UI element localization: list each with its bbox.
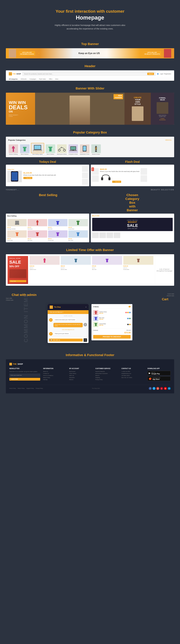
thumb-2[interactable]: [82, 172, 88, 178]
header-search-bar[interactable]: Search for products, brands and more her…: [22, 72, 156, 76]
footer-returns-link[interactable]: Returns: [69, 379, 93, 380]
chosen-cat-thumb-1[interactable]: [92, 232, 99, 238]
cat-item-electric[interactable]: Electric & More: [91, 144, 101, 155]
color-dot-green[interactable]: [129, 318, 131, 319]
nav-flash-sales[interactable]: Flash Sales: [39, 78, 46, 80]
category-more-link[interactable]: VIEW ALL: [165, 139, 172, 141]
cat-item-men[interactable]: Men's Fashion: [20, 144, 30, 155]
nav-campaigns[interactable]: Campaigns: [30, 78, 36, 80]
bs-item-2[interactable]: $18.00 Red Dress: [28, 219, 47, 230]
footer-subscribe-btn[interactable]: SUBSCRIBE: [9, 378, 40, 380]
footer-home-policy[interactable]: Home Policy: [9, 388, 16, 389]
footer-contact-link[interactable]: Contact Us: [43, 373, 66, 374]
search-button[interactable]: Search: [147, 73, 154, 75]
footer-returns2-link[interactable]: Returns: [95, 375, 119, 376]
cat-item-computer[interactable]: Computer & More: [68, 144, 78, 155]
slider-deals-text: DEALS: [9, 104, 32, 110]
app-store-btn[interactable]: 🍎 Download on the App Store: [147, 376, 171, 381]
svg-rect-12: [96, 146, 97, 146]
nav-all-categories[interactable]: All Categories: [9, 78, 18, 80]
flash-deal-buy-btn[interactable]: 🛒 Buy Now: [112, 181, 121, 183]
bs-item-5[interactable]: $28.00 Sports Shirt: [7, 230, 27, 241]
todays-deal-product-image: [7, 170, 22, 182]
wishlist-heart-icon[interactable]: ♡: [145, 180, 147, 183]
cat-item-tablet[interactable]: Notebooks & Tech: [79, 144, 90, 155]
facebook-icon[interactable]: f: [149, 387, 152, 390]
linkedin-icon[interactable]: in: [168, 387, 171, 390]
google-plus-icon[interactable]: g: [156, 387, 159, 390]
chosen-cat-thumb-4[interactable]: [114, 232, 120, 238]
color-dot-blue2[interactable]: [127, 318, 129, 319]
footer-myaccount-link[interactable]: My Account: [69, 371, 93, 372]
bs-name-8: Blue Tshirt: [68, 240, 88, 241]
youngster-label: YOUNGST...: [6, 189, 19, 190]
thumb-1[interactable]: [82, 166, 88, 172]
flash-thumb-3[interactable]: [141, 168, 147, 175]
flash-thumb-2[interactable]: [92, 175, 99, 182]
color-dot-orange[interactable]: [127, 312, 129, 313]
color-dot-orange2[interactable]: [129, 324, 131, 325]
nav-all-brands[interactable]: All Brands: [21, 78, 27, 80]
footer-orders-link[interactable]: Order History: [69, 373, 93, 374]
footer-email-input[interactable]: Enter your email here: [9, 374, 40, 377]
category-box: Popular Categories VIEW ALL Women Clothi…: [6, 137, 174, 157]
lto-product-2[interactable]: $89.00 $120.00 Women Wear: [61, 256, 91, 284]
color-dot-blue[interactable]: [129, 312, 131, 313]
chosen-cat-thumb-3[interactable]: [107, 232, 113, 238]
footer-guarantee-link[interactable]: Money-Back Guarantee: [95, 373, 119, 374]
bs-price-2: $18.00: [28, 227, 47, 228]
cat-item-women[interactable]: Women Clothing: [8, 144, 18, 155]
lto-product-1[interactable]: $128.00 $165.00 Fashion Dress: [30, 256, 60, 284]
banner-star-right: ✦: [138, 52, 140, 54]
bs-item-7[interactable]: $35.00 Formal Shirt: [48, 230, 67, 241]
bs-name-4: Casual Wear: [68, 228, 88, 230]
user-login-text[interactable]: Login / Registration: [160, 73, 171, 74]
cat-item-laptop[interactable]: Best Selling Laptop Best Selling Laptop: [31, 143, 44, 155]
bs-item-6[interactable]: $22.00 Red Tshirt: [28, 230, 47, 241]
bs-item-8[interactable]: $19.00 Blue Tshirt: [68, 230, 88, 241]
youtube-icon[interactable]: ▶: [164, 387, 167, 390]
hero-section: Your first interaction with customer Hom…: [0, 0, 180, 36]
footer-support-policy[interactable]: Support Policy: [26, 388, 34, 389]
footer-return-policy[interactable]: Return Policy: [18, 388, 25, 389]
bs-item-4[interactable]: $45.00 Casual Wear: [68, 219, 88, 230]
checkout-button[interactable]: PROCEED TO CHECKOUT: [93, 335, 131, 338]
banner-left-text: UPTO 30% OFFON WOMEN FASHION: [19, 51, 35, 56]
chat-close-btn[interactable]: ×: [85, 306, 86, 308]
slider-deal-panel: WIN WIN DEALS ON EVERY BASKET+A SALE: [6, 93, 35, 125]
footer-privacy-link[interactable]: Privacy Policy: [95, 379, 119, 380]
deals-row: Todays Deal $1,215.00 iPhone 12 pro Max …: [6, 165, 174, 186]
pinterest-icon[interactable]: p: [160, 387, 163, 390]
cat-item-shirt[interactable]: Men's Clothes: [45, 144, 55, 155]
lto-prod-name-2: Women Wear: [61, 269, 91, 270]
chat-talk-btn[interactable]: 💬 Talk With Us: [49, 338, 83, 342]
footer-newsletter-link[interactable]: Newsletter: [69, 377, 93, 378]
lto-shop-btn[interactable]: Shop Now: [9, 280, 26, 282]
nav-offers[interactable]: Offers: [49, 78, 52, 80]
footer-terms-link[interactable]: Terms & Conditions: [43, 375, 66, 376]
chosen-cat-items: [92, 232, 173, 238]
cat-item-moto[interactable]: Motorcycle & More: [57, 144, 67, 155]
chat-send-btn[interactable]: >: [83, 338, 87, 342]
todays-deal-buy-btn[interactable]: 🛒 Buy Now: [23, 177, 32, 179]
hero-subtitle: Your first interaction with customer: [3, 9, 177, 14]
lto-product-3[interactable]: $75.00 $99.00 Men Shirt: [92, 256, 122, 284]
footer-payment-link[interactable]: Payment Methods: [95, 371, 119, 372]
bs-item-1[interactable]: $24.00 Gaming Controller: [7, 219, 27, 230]
thumb-3[interactable]: [82, 179, 88, 185]
color-dot-red[interactable]: [125, 312, 127, 313]
nav-more[interactable]: More: [55, 78, 58, 80]
footer-wishlist-link[interactable]: Wish List: [69, 375, 93, 376]
chosen-cat-thumb-2[interactable]: [99, 232, 106, 238]
footer-shipping-link[interactable]: Shipping: [95, 377, 119, 378]
footer-sitemap-link[interactable]: Sitemap: [43, 379, 66, 380]
google-play-btn[interactable]: ▶ Get it on Google Play: [147, 371, 171, 376]
footer-privacy-policy[interactable]: Privacy Policy: [36, 388, 43, 389]
bs-item-3[interactable]: $32.00 Blue Shirt: [48, 219, 67, 230]
lto-product-4[interactable]: $145.00 $180.00 Formal Wear: [123, 256, 153, 284]
color-dot-dark[interactable]: [127, 324, 129, 325]
footer-return-link[interactable]: Return Policy: [43, 377, 66, 378]
twitter-icon[interactable]: t: [152, 387, 155, 390]
footer-about-link[interactable]: About Us: [43, 371, 66, 372]
lto-prod-old-1: $165.00: [30, 267, 60, 268]
